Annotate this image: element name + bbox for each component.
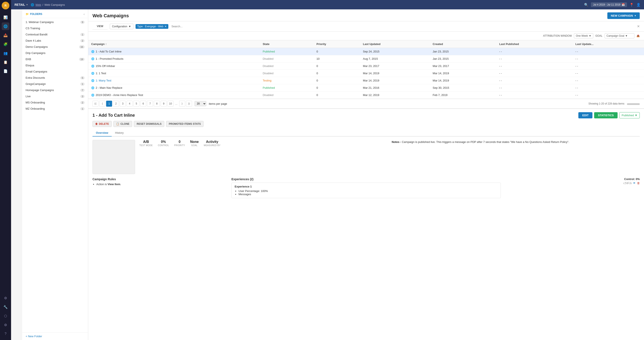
sidebar-item-3[interactable]: Dave 4 Labs2: [22, 38, 88, 44]
table-row[interactable]: 🌐15% Off Infobar Disabled 0 Mar 23, 2017…: [88, 63, 644, 70]
filter-remove-button[interactable]: ✕: [164, 25, 167, 28]
date-range-picker[interactable]: Jul 4 2019 - Jul 11 2019 📅: [591, 2, 627, 7]
breadcrumb-link[interactable]: Web: [36, 3, 41, 7]
page-3-button[interactable]: 3: [120, 101, 126, 107]
tab-overview[interactable]: Overview: [92, 130, 112, 137]
col-created[interactable]: Created: [430, 40, 496, 48]
reset-dismissals-button[interactable]: RESET DISMISSALS: [134, 121, 164, 127]
col-last-update-extra[interactable]: Last Update...: [572, 40, 644, 48]
sidebar-item-8[interactable]: Email Campaigns: [22, 69, 88, 75]
table-row[interactable]: 🌐1: Many Test Testing 0 Mar 14, 2019 Mar…: [88, 77, 644, 84]
campaign-name: 1: 1 Test: [96, 72, 106, 75]
page-5-button[interactable]: 5: [134, 101, 139, 107]
sidebar-item-14[interactable]: MZ Onboarding1: [22, 106, 88, 112]
page-6-button[interactable]: 6: [140, 101, 146, 107]
sidebar-item-11[interactable]: Homepage Campaigns7: [22, 87, 88, 93]
sidebar-item-1[interactable]: CS Training: [22, 25, 88, 31]
campaign-last-update: - -: [572, 70, 644, 77]
network-nav-icon[interactable]: ⬡: [2, 312, 10, 320]
filter-tag[interactable]: Type : Evergage - Web ✕: [136, 24, 168, 29]
table-row[interactable]: 🌐1: 1 Test Disabled 0 Mar 14, 2019 Mar 1…: [88, 70, 644, 77]
sidebar-item-2[interactable]: Contextual Bandit1: [22, 31, 88, 38]
puzzle-nav-icon[interactable]: 🧩: [2, 40, 10, 48]
page-first-button[interactable]: ⟨⟨: [92, 101, 98, 107]
page-2-button[interactable]: 2: [113, 101, 119, 107]
tab-history[interactable]: History: [112, 130, 127, 137]
list-nav-icon[interactable]: 📋: [2, 58, 10, 66]
page-8-button[interactable]: 8: [154, 101, 160, 107]
table-row[interactable]: 🌐2019 DEMO - Amie Hero Replace Test Disa…: [88, 92, 644, 99]
col-last-updated[interactable]: Last Updated: [360, 40, 430, 48]
search-input[interactable]: [170, 24, 635, 29]
per-page-select[interactable]: 20 50 100: [194, 101, 206, 106]
inbox-nav-icon[interactable]: 📥: [2, 31, 10, 39]
export-icon[interactable]: 📤: [636, 34, 640, 37]
clone-button[interactable]: 📋 CLONE: [113, 121, 132, 127]
sidebar-item-7[interactable]: Eloqua: [22, 62, 88, 69]
table-row[interactable]: 🌐1 - Promoted Products Disabled 10 Aug 7…: [88, 55, 644, 63]
view-icon[interactable]: 👁: [633, 182, 636, 185]
campaign-last-published: - -: [496, 55, 572, 63]
page-4-button[interactable]: 4: [126, 101, 132, 107]
delete-experience-icon[interactable]: 🗑: [637, 182, 640, 185]
sidebar-item-4[interactable]: Demo Campaigns16: [22, 44, 88, 50]
campaign-last-published: - -: [496, 92, 572, 99]
globe-icon: 🌐: [91, 57, 94, 60]
sidebar-item-5[interactable]: Drip Campaigns: [22, 50, 88, 56]
edit-button[interactable]: EDIT: [578, 112, 592, 118]
campaign-name: 15% Off Infobar: [96, 64, 115, 68]
col-priority[interactable]: Priority: [314, 40, 360, 48]
col-last-published[interactable]: Last Published: [496, 40, 572, 48]
help-nav-icon[interactable]: ?: [2, 330, 10, 338]
delete-button[interactable]: 🗑 DELETE: [92, 121, 112, 127]
col-campaign[interactable]: Campaign ↑: [88, 40, 260, 48]
table-nav-icon[interactable]: 📄: [2, 67, 10, 75]
page-1-button[interactable]: 1: [106, 101, 112, 107]
users-nav-icon[interactable]: 👥: [2, 49, 10, 57]
page-next-button[interactable]: ⟩: [179, 101, 185, 107]
campaign-name-link[interactable]: 1: Many Test: [96, 79, 111, 82]
sidebar-item-0[interactable]: 1. Webinar Campaigns9: [22, 19, 88, 25]
published-dropdown[interactable]: Published ▼: [619, 112, 640, 118]
items-per-page-label: items per page: [209, 102, 227, 105]
sidebar-item-12[interactable]: Live3: [22, 93, 88, 99]
filter-close-button[interactable]: ✕: [637, 24, 640, 28]
promoted-items-stats-button[interactable]: PROMOTED ITEMS STATS: [166, 121, 204, 127]
page-last-button[interactable]: ⟩⟩: [186, 101, 192, 107]
folder-icon: 📁: [26, 13, 29, 16]
table-row[interactable]: 🌐1 - Add To Cart Inline Published 0 Sep …: [88, 48, 644, 55]
search-icon[interactable]: 🔍: [584, 3, 588, 7]
avatar-icon[interactable]: 👤: [636, 3, 640, 7]
notes-label: Notes -: [392, 140, 401, 144]
page-prev-button[interactable]: ⟨: [99, 101, 105, 107]
bar-chart-nav-icon[interactable]: 📊: [2, 14, 10, 21]
attribution-window-select[interactable]: One Week ▼: [574, 33, 593, 38]
goal-value: Campaign Goal: [606, 34, 624, 37]
col-state[interactable]: State: [260, 40, 314, 48]
page-10-button[interactable]: 10: [168, 101, 174, 107]
table-row[interactable]: 🌐2 - Main Nav Replace Published 0 Mar 21…: [88, 84, 644, 92]
location-icon[interactable]: 📍: [630, 3, 634, 7]
sidebar-item-10[interactable]: GregsCampaign1: [22, 81, 88, 87]
sidebar-items-list: 1. Webinar Campaigns9CS TrainingContextu…: [22, 18, 88, 332]
new-campaign-button[interactable]: NEW CAMPAIGN ▼: [607, 12, 640, 19]
settings-nav-icon[interactable]: ⚙: [2, 294, 10, 302]
statistics-button[interactable]: STATISTICS: [594, 112, 618, 118]
page-9-button[interactable]: 9: [161, 101, 167, 107]
gear-nav-icon[interactable]: ⚙: [2, 321, 10, 329]
tools-nav-icon[interactable]: 🔧: [2, 303, 10, 311]
sidebar-item-6[interactable]: EKB19: [22, 56, 88, 62]
web-nav-icon[interactable]: 🌐: [2, 23, 10, 30]
goal-select[interactable]: Campaign Goal ▼: [604, 33, 634, 38]
sidebar-item-9[interactable]: Extra Discounts5: [22, 75, 88, 81]
goal-label: GOAL: [190, 144, 198, 147]
view-select[interactable]: Configuration ▼: [110, 24, 134, 29]
sidebar-collapse-button[interactable]: ‹: [84, 12, 84, 16]
page-7-button[interactable]: 7: [147, 101, 153, 107]
sidebar-item-13[interactable]: MS Onboarding2: [22, 99, 88, 106]
sidebar-item-label: Drip Campaigns: [26, 51, 46, 55]
attribution-window-value: One Week: [576, 34, 588, 37]
app-logo[interactable]: R: [2, 2, 10, 10]
new-folder-button[interactable]: + New Folder: [22, 332, 88, 340]
horizontal-scrollbar[interactable]: [627, 103, 640, 105]
